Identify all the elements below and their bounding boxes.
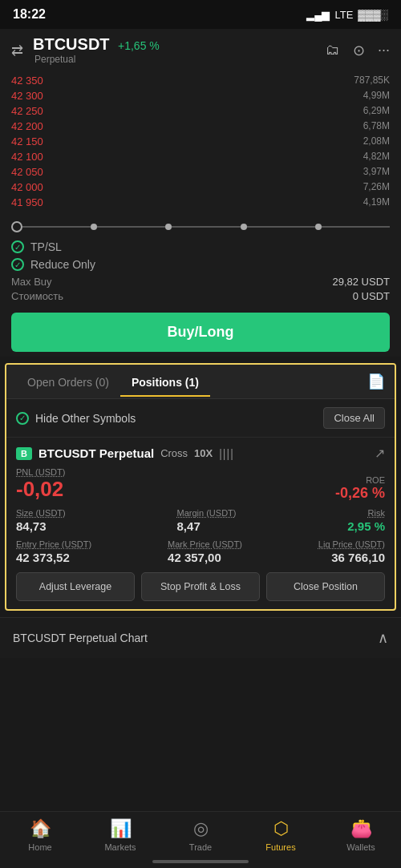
slider-line <box>97 226 165 228</box>
pin-icon[interactable]: 🗂 <box>326 42 340 59</box>
leverage-slider[interactable] <box>11 221 390 232</box>
roe-group: ROE -0,26 % <box>335 475 385 502</box>
risk-group: Risk 2,95 % <box>347 508 385 533</box>
swap-icon[interactable]: ⇄ <box>11 42 23 59</box>
volume: 3,97M <box>363 166 390 178</box>
reduce-only-checkbox-row[interactable]: Reduce Only <box>11 258 390 271</box>
hide-symbols-row: Hide Other Symbols Close All <box>6 399 395 438</box>
close-all-button[interactable]: Close All <box>323 407 385 429</box>
size-group: Size (USDT) 84,73 <box>16 508 66 533</box>
risk-label: Risk <box>368 508 385 518</box>
tabs-row: Open Orders (0) Positions (1) 📄 <box>6 365 395 399</box>
adjust-leverage-button[interactable]: Adjust Leverage <box>16 572 135 601</box>
nav-trade[interactable]: ◎ Trade <box>176 818 225 852</box>
position-header: B BTCUSDT Perpetual Cross 10X |||| ↗ <box>16 446 385 461</box>
margin-label: Margin (USDT) <box>177 508 237 518</box>
mark-price-value: 42 357,00 <box>168 551 242 564</box>
liq-price-group: Liq Price (USDT) 36 766,10 <box>318 539 385 564</box>
symbol-type: Perpetual <box>34 54 160 65</box>
tab-open-orders[interactable]: Open Orders (0) <box>16 366 120 397</box>
volume: 787,85K <box>354 75 390 87</box>
order-book-row: 41 950 4,19M <box>11 195 390 210</box>
status-time: 18:22 <box>13 7 46 22</box>
price-metrics-row: Entry Price (USDT) 42 373,52 Mark Price … <box>16 539 385 564</box>
price: 41 950 <box>11 196 43 208</box>
price: 42 100 <box>11 151 43 163</box>
close-position-button[interactable]: Close Position <box>266 572 385 601</box>
doc-icon[interactable]: 📄 <box>367 365 385 398</box>
nav-markets[interactable]: 📊 Markets <box>96 818 144 852</box>
symbol-title[interactable]: BTCUSDT <box>33 35 110 53</box>
pnl-value: -0,02 <box>16 477 65 502</box>
stop-profit-loss-button[interactable]: Stop Profit & Loss <box>141 572 260 601</box>
tpsl-checkbox-row[interactable]: TP/SL <box>11 240 390 253</box>
price-change: +1,65 % <box>118 39 160 52</box>
signal-icon: ▂▄▆ <box>306 9 330 21</box>
position-type: Cross <box>160 447 188 459</box>
network-type: LTE <box>334 9 353 21</box>
header: ⇄ BTCUSDT +1,65 % Perpetual 🗂 ⊙ ··· <box>0 29 401 71</box>
price: 42 000 <box>11 181 43 193</box>
mark-price-label: Mark Price (USDT) <box>168 539 242 549</box>
slider-dot <box>91 224 97 230</box>
size-label: Size (USDT) <box>16 508 66 518</box>
wallets-icon: 👛 <box>350 818 372 839</box>
position-badge: B <box>16 447 32 460</box>
max-buy-row: Max Buy 29,82 USDT <box>11 276 390 288</box>
order-book-row: 42 000 7,26M <box>11 180 390 195</box>
volume: 2,08M <box>363 135 390 147</box>
tab-positions[interactable]: Positions (1) <box>120 366 210 397</box>
header-info: BTCUSDT +1,65 % Perpetual <box>33 35 160 65</box>
nav-futures[interactable]: ⬡ Futures <box>257 818 305 852</box>
volume: 4,99M <box>363 90 390 102</box>
slider-line <box>172 226 240 228</box>
trade-icon: ◎ <box>193 818 209 839</box>
home-icon: 🏠 <box>30 818 51 839</box>
volume: 6,29M <box>363 105 390 117</box>
home-indicator <box>152 860 249 863</box>
liq-price-label: Liq Price (USDT) <box>318 539 385 549</box>
nav-wallets[interactable]: 👛 Wallets <box>337 818 385 852</box>
more-icon[interactable]: ··· <box>378 42 390 59</box>
nav-trade-label: Trade <box>189 842 212 852</box>
status-icons: ▂▄▆ LTE ▓▓▓░ <box>306 9 388 21</box>
price: 42 250 <box>11 105 43 117</box>
order-book: 42 350 787,85K 42 300 4,99M 42 250 6,29M… <box>0 71 401 215</box>
slider-handle[interactable] <box>11 221 22 232</box>
nav-markets-label: Markets <box>104 842 136 852</box>
order-book-row: 42 300 4,99M <box>11 88 390 103</box>
chart-section[interactable]: BTCUSDT Perpetual Chart ∧ <box>0 617 401 658</box>
volume: 4,82M <box>363 151 390 163</box>
position-bars-icon: |||| <box>219 447 234 460</box>
buy-long-button[interactable]: Buy/Long <box>11 313 390 352</box>
cost-row: Стоимость 0 USDT <box>11 290 390 302</box>
max-buy-value: 29,82 USDT <box>332 276 390 288</box>
roe-label: ROE <box>335 475 385 485</box>
risk-value: 2,95 % <box>347 519 385 533</box>
nav-futures-label: Futures <box>265 842 295 852</box>
settings-icon[interactable]: ⊙ <box>353 42 365 59</box>
price: 42 300 <box>11 90 43 102</box>
margin-value: 8,47 <box>177 519 237 533</box>
reduce-only-checkbox[interactable] <box>11 258 24 271</box>
pnl-row: PNL (USDT) -0,02 ROE -0,26 % <box>16 467 385 502</box>
cost-label: Стоимость <box>11 290 63 302</box>
slider-line <box>247 226 315 228</box>
pnl-label: PNL (USDT) <box>16 467 65 477</box>
slider-dot <box>241 224 247 230</box>
hide-symbols-checkbox[interactable] <box>16 412 29 425</box>
controls-area: TP/SL Reduce Only Max Buy 29,82 USDT Сто… <box>0 215 401 357</box>
max-buy-label: Max Buy <box>11 276 52 288</box>
share-icon[interactable]: ↗ <box>375 446 385 461</box>
hide-symbols-left: Hide Other Symbols <box>16 412 136 425</box>
status-bar: 18:22 ▂▄▆ LTE ▓▓▓░ <box>0 0 401 29</box>
nav-home[interactable]: 🏠 Home <box>16 818 64 852</box>
chart-title: BTCUSDT Perpetual Chart <box>13 632 148 644</box>
entry-price-group: Entry Price (USDT) 42 373,52 <box>16 539 91 564</box>
order-book-row: 42 350 787,85K <box>11 73 390 88</box>
header-actions: 🗂 ⊙ ··· <box>326 42 390 59</box>
entry-price-value: 42 373,52 <box>16 551 91 564</box>
tpsl-checkbox[interactable] <box>11 240 24 253</box>
chart-chevron-icon[interactable]: ∧ <box>378 629 388 647</box>
reduce-only-label: Reduce Only <box>30 258 95 271</box>
